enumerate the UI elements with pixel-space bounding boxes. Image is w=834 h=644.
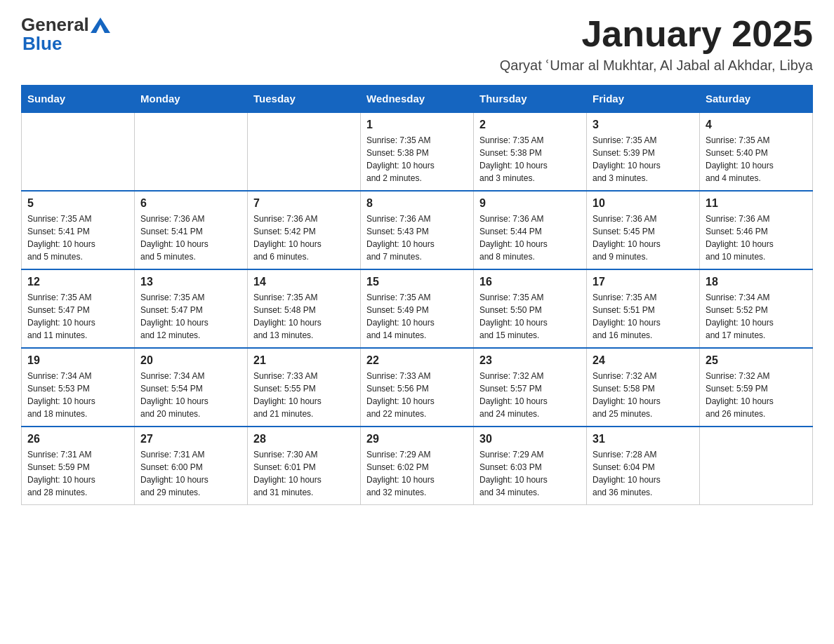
day-info: Sunrise: 7:35 AM Sunset: 5:41 PM Dayligh… — [27, 213, 128, 263]
day-cell: 30Sunrise: 7:29 AM Sunset: 6:03 PM Dayli… — [474, 427, 587, 505]
day-info: Sunrise: 7:35 AM Sunset: 5:40 PM Dayligh… — [706, 134, 807, 185]
month-title: January 2025 — [500, 14, 813, 54]
day-cell: 15Sunrise: 7:35 AM Sunset: 5:49 PM Dayli… — [361, 269, 474, 348]
day-info: Sunrise: 7:29 AM Sunset: 6:02 PM Dayligh… — [366, 448, 468, 499]
col-header-sunday: Sunday — [22, 86, 135, 113]
col-header-wednesday: Wednesday — [361, 86, 474, 113]
day-number: 10 — [593, 197, 694, 210]
col-header-tuesday: Tuesday — [248, 86, 361, 113]
day-number: 27 — [140, 433, 241, 445]
col-header-monday: Monday — [135, 86, 248, 113]
day-number: 21 — [253, 354, 355, 367]
header: General Blue January 2025 Qaryat ʿUmar a… — [21, 14, 813, 74]
day-info: Sunrise: 7:32 AM Sunset: 5:58 PM Dayligh… — [593, 370, 694, 420]
day-info: Sunrise: 7:35 AM Sunset: 5:38 PM Dayligh… — [366, 134, 468, 185]
day-cell: 22Sunrise: 7:33 AM Sunset: 5:56 PM Dayli… — [361, 348, 474, 427]
day-cell: 19Sunrise: 7:34 AM Sunset: 5:53 PM Dayli… — [22, 348, 135, 427]
day-cell — [700, 427, 813, 505]
day-number: 11 — [706, 197, 807, 210]
day-cell: 17Sunrise: 7:35 AM Sunset: 5:51 PM Dayli… — [587, 269, 700, 348]
col-header-thursday: Thursday — [474, 86, 587, 113]
day-number: 22 — [366, 354, 468, 367]
day-cell — [248, 112, 361, 191]
day-number: 8 — [366, 197, 468, 210]
day-number: 19 — [27, 354, 128, 367]
week-row-4: 19Sunrise: 7:34 AM Sunset: 5:53 PM Dayli… — [22, 348, 813, 427]
day-info: Sunrise: 7:32 AM Sunset: 5:59 PM Dayligh… — [706, 370, 807, 420]
day-number: 20 — [140, 354, 241, 367]
day-cell: 23Sunrise: 7:32 AM Sunset: 5:57 PM Dayli… — [474, 348, 587, 427]
week-row-2: 5Sunrise: 7:35 AM Sunset: 5:41 PM Daylig… — [22, 191, 813, 269]
day-number: 5 — [27, 197, 128, 210]
day-number: 12 — [27, 276, 128, 288]
day-cell: 12Sunrise: 7:35 AM Sunset: 5:47 PM Dayli… — [22, 269, 135, 348]
day-info: Sunrise: 7:35 AM Sunset: 5:39 PM Dayligh… — [593, 134, 694, 185]
day-cell: 27Sunrise: 7:31 AM Sunset: 6:00 PM Dayli… — [135, 427, 248, 505]
week-row-3: 12Sunrise: 7:35 AM Sunset: 5:47 PM Dayli… — [22, 269, 813, 348]
day-cell: 7Sunrise: 7:36 AM Sunset: 5:42 PM Daylig… — [248, 191, 361, 269]
day-cell: 21Sunrise: 7:33 AM Sunset: 5:55 PM Dayli… — [248, 348, 361, 427]
day-cell: 2Sunrise: 7:35 AM Sunset: 5:38 PM Daylig… — [474, 112, 587, 191]
day-cell: 6Sunrise: 7:36 AM Sunset: 5:41 PM Daylig… — [135, 191, 248, 269]
day-cell: 8Sunrise: 7:36 AM Sunset: 5:43 PM Daylig… — [361, 191, 474, 269]
day-info: Sunrise: 7:36 AM Sunset: 5:46 PM Dayligh… — [706, 213, 807, 263]
day-info: Sunrise: 7:36 AM Sunset: 5:45 PM Dayligh… — [593, 213, 694, 263]
day-info: Sunrise: 7:30 AM Sunset: 6:01 PM Dayligh… — [253, 448, 355, 499]
day-cell — [22, 112, 135, 191]
day-info: Sunrise: 7:35 AM Sunset: 5:47 PM Dayligh… — [27, 291, 128, 342]
day-number: 17 — [593, 276, 694, 288]
day-number: 1 — [366, 119, 468, 131]
day-number: 26 — [27, 433, 128, 445]
day-number: 30 — [479, 433, 581, 445]
week-row-5: 26Sunrise: 7:31 AM Sunset: 5:59 PM Dayli… — [22, 427, 813, 505]
logo-triangle-icon — [91, 18, 110, 33]
day-cell: 20Sunrise: 7:34 AM Sunset: 5:54 PM Dayli… — [135, 348, 248, 427]
day-info: Sunrise: 7:36 AM Sunset: 5:41 PM Dayligh… — [140, 213, 241, 263]
title-area: January 2025 Qaryat ʿUmar al Mukhtar, Al… — [500, 14, 813, 74]
day-info: Sunrise: 7:33 AM Sunset: 5:55 PM Dayligh… — [253, 370, 355, 420]
day-info: Sunrise: 7:35 AM Sunset: 5:48 PM Dayligh… — [253, 291, 355, 342]
day-info: Sunrise: 7:33 AM Sunset: 5:56 PM Dayligh… — [366, 370, 468, 420]
calendar-table: SundayMondayTuesdayWednesdayThursdayFrid… — [21, 85, 813, 505]
day-cell — [135, 112, 248, 191]
col-header-saturday: Saturday — [700, 86, 813, 113]
subtitle: Qaryat ʿUmar al Mukhtar, Al Jabal al Akh… — [500, 57, 813, 74]
day-cell: 11Sunrise: 7:36 AM Sunset: 5:46 PM Dayli… — [700, 191, 813, 269]
day-info: Sunrise: 7:36 AM Sunset: 5:43 PM Dayligh… — [366, 213, 468, 263]
day-info: Sunrise: 7:35 AM Sunset: 5:50 PM Dayligh… — [479, 291, 581, 342]
day-number: 25 — [706, 354, 807, 367]
day-number: 16 — [479, 276, 581, 288]
day-cell: 24Sunrise: 7:32 AM Sunset: 5:58 PM Dayli… — [587, 348, 700, 427]
day-info: Sunrise: 7:36 AM Sunset: 5:42 PM Dayligh… — [253, 213, 355, 263]
day-info: Sunrise: 7:31 AM Sunset: 5:59 PM Dayligh… — [27, 448, 128, 499]
day-cell: 9Sunrise: 7:36 AM Sunset: 5:44 PM Daylig… — [474, 191, 587, 269]
day-info: Sunrise: 7:34 AM Sunset: 5:54 PM Dayligh… — [140, 370, 241, 420]
day-cell: 31Sunrise: 7:28 AM Sunset: 6:04 PM Dayli… — [587, 427, 700, 505]
day-number: 24 — [593, 354, 694, 367]
day-info: Sunrise: 7:31 AM Sunset: 6:00 PM Dayligh… — [140, 448, 241, 499]
day-number: 28 — [253, 433, 355, 445]
day-number: 4 — [706, 119, 807, 131]
day-cell: 3Sunrise: 7:35 AM Sunset: 5:39 PM Daylig… — [587, 112, 700, 191]
day-info: Sunrise: 7:35 AM Sunset: 5:51 PM Dayligh… — [593, 291, 694, 342]
day-cell: 29Sunrise: 7:29 AM Sunset: 6:02 PM Dayli… — [361, 427, 474, 505]
day-number: 15 — [366, 276, 468, 288]
week-row-1: 1Sunrise: 7:35 AM Sunset: 5:38 PM Daylig… — [22, 112, 813, 191]
day-cell: 10Sunrise: 7:36 AM Sunset: 5:45 PM Dayli… — [587, 191, 700, 269]
day-info: Sunrise: 7:32 AM Sunset: 5:57 PM Dayligh… — [479, 370, 581, 420]
day-info: Sunrise: 7:35 AM Sunset: 5:38 PM Dayligh… — [479, 134, 581, 185]
day-cell: 14Sunrise: 7:35 AM Sunset: 5:48 PM Dayli… — [248, 269, 361, 348]
day-info: Sunrise: 7:35 AM Sunset: 5:47 PM Dayligh… — [140, 291, 241, 342]
day-cell: 4Sunrise: 7:35 AM Sunset: 5:40 PM Daylig… — [700, 112, 813, 191]
day-cell: 13Sunrise: 7:35 AM Sunset: 5:47 PM Dayli… — [135, 269, 248, 348]
logo-blue: Blue — [22, 33, 62, 55]
day-info: Sunrise: 7:34 AM Sunset: 5:53 PM Dayligh… — [27, 370, 128, 420]
day-number: 23 — [479, 354, 581, 367]
day-cell: 16Sunrise: 7:35 AM Sunset: 5:50 PM Dayli… — [474, 269, 587, 348]
day-number: 14 — [253, 276, 355, 288]
day-cell: 25Sunrise: 7:32 AM Sunset: 5:59 PM Dayli… — [700, 348, 813, 427]
header-row: SundayMondayTuesdayWednesdayThursdayFrid… — [22, 86, 813, 113]
day-cell: 26Sunrise: 7:31 AM Sunset: 5:59 PM Dayli… — [22, 427, 135, 505]
day-info: Sunrise: 7:29 AM Sunset: 6:03 PM Dayligh… — [479, 448, 581, 499]
day-info: Sunrise: 7:35 AM Sunset: 5:49 PM Dayligh… — [366, 291, 468, 342]
